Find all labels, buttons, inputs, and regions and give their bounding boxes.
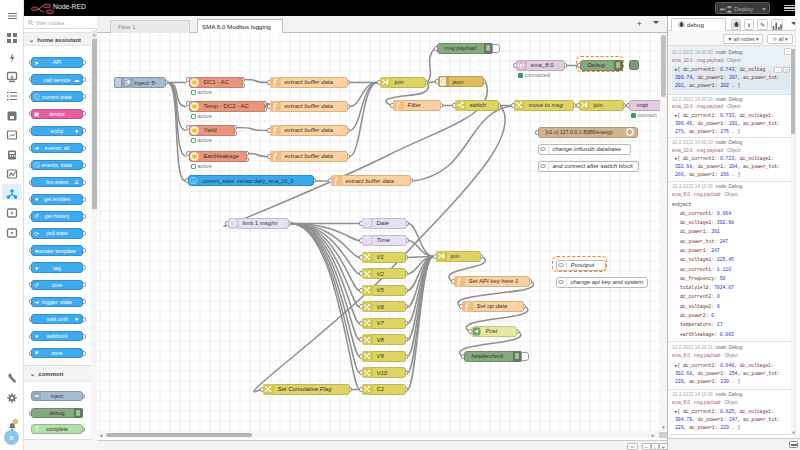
svg-text:{}: {}: [440, 79, 446, 85]
